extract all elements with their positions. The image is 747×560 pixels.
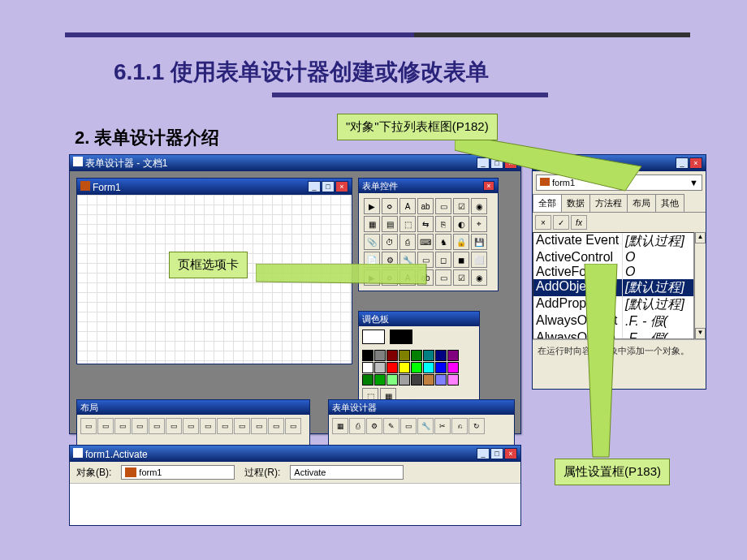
scroll-down-button[interactable]: ▼ [695,328,706,339]
color-swatch[interactable] [423,362,434,373]
color-swatch[interactable] [411,350,422,361]
layout-button[interactable]: ▭ [114,418,131,434]
designer-button[interactable]: ✂ [434,418,451,434]
layout-button[interactable]: ▭ [166,418,182,434]
prop-accept-button[interactable]: ✓ [553,215,569,230]
designer-button[interactable]: ⎌ [451,418,468,434]
color-swatch[interactable] [411,362,422,373]
tool-button[interactable]: ab [417,198,434,214]
property-row[interactable]: ActiveFormO [533,265,693,279]
tool-button[interactable]: ⌖ [471,216,487,232]
tool-button[interactable]: ⭘ [382,269,398,286]
tool-button[interactable]: ▦ [364,216,380,232]
prop-fx-button[interactable]: fx [571,215,587,230]
color-swatch[interactable] [435,350,447,361]
tool-button[interactable]: ▭ [435,269,451,286]
layout-button[interactable]: ▭ [149,418,165,434]
tool-button[interactable]: ⇆ [417,216,434,232]
toolbox-titlebar[interactable]: 表单控件 × [359,179,498,193]
main-titlebar[interactable]: 表单设计器 - 文档1 _ □ × [70,155,520,171]
tool-button[interactable]: ◼ [453,252,469,268]
properties-scrollbar[interactable]: ▲ ▼ [694,232,706,339]
prop-close-button[interactable]: × [689,157,702,169]
tool-button[interactable]: 🔒 [453,234,469,250]
tool-button[interactable]: ⌨ [417,234,434,250]
tool-button[interactable]: ♞ [435,234,451,250]
color-swatch[interactable] [399,362,410,373]
tool-button[interactable]: 🔧 [399,252,416,268]
tool-button[interactable]: ☑ [453,198,469,214]
form1-minimize-button[interactable]: _ [308,181,321,192]
tool-button[interactable]: ◉ [471,269,487,286]
designer-button[interactable]: ▦ [332,418,348,434]
layout-button[interactable]: ▭ [268,418,284,434]
foreground-swatch[interactable] [362,330,385,344]
properties-tab[interactable]: 布局 [627,194,656,212]
property-row[interactable]: Activate Event[默认过程] [533,233,693,250]
tool-button[interactable]: ◉ [471,198,487,214]
color-swatch[interactable] [374,362,386,373]
code-minimize-button[interactable]: _ [477,448,490,459]
toolbox-close-button[interactable]: × [483,181,494,191]
designer-button[interactable]: ⎙ [349,418,365,434]
tool-button[interactable]: ⎘ [435,216,451,232]
proc-combo[interactable]: Activate [290,465,404,480]
tool-button[interactable]: 📄 [364,252,380,268]
property-row[interactable]: ActiveControlO [533,250,693,265]
tool-button[interactable]: ▭ [435,198,451,214]
color-swatch[interactable] [411,374,422,386]
color-swatch[interactable] [374,374,386,386]
tool-button[interactable]: A [399,269,416,286]
tool-button[interactable]: ⚙ [382,252,398,268]
tool-button[interactable]: ◻ [435,252,451,268]
property-row[interactable]: AddObject[默认过程] [533,279,693,296]
color-swatch[interactable] [362,374,374,386]
color-swatch[interactable] [435,374,447,386]
color-swatch[interactable] [447,362,459,373]
palette-titlebar[interactable]: 调色板 [359,312,479,326]
properties-tab[interactable]: 方法程 [589,194,628,212]
tool-button[interactable]: ab [417,269,434,286]
minimize-button[interactable]: _ [477,157,490,169]
color-swatch[interactable] [423,374,434,386]
color-swatch[interactable] [374,350,386,361]
property-row[interactable]: AlwaysOnTop.F. - 假( [533,330,693,339]
maximize-button[interactable]: □ [490,157,503,169]
prop-minimize-button[interactable]: _ [676,157,689,169]
properties-list[interactable]: Activate Event[默认过程]ActiveControlOActive… [533,232,694,339]
layout-button[interactable]: ▭ [132,418,148,434]
layout-button[interactable]: ▭ [80,418,97,434]
form1-design-surface[interactable] [77,195,352,364]
prop-object-combo[interactable]: form1 ▼ [536,174,702,191]
property-row[interactable]: AlwaysOnBott.F. - 假( [533,313,693,330]
tool-button[interactable]: 📎 [364,234,380,250]
layout-button[interactable]: ▭ [251,418,267,434]
layout-button[interactable]: ▭ [285,418,301,434]
color-swatch[interactable] [399,350,410,361]
close-button[interactable]: × [504,157,517,169]
designer-tb-titlebar[interactable]: 表单设计器 [329,400,514,415]
tool-button[interactable]: ⎙ [399,234,416,250]
tool-button[interactable]: A [399,198,416,214]
layout-titlebar[interactable]: 布局 [77,400,309,415]
designer-button[interactable]: ↻ [468,418,485,434]
code-maximize-button[interactable]: □ [490,448,503,459]
designer-button[interactable]: ⚙ [366,418,382,434]
layout-button[interactable]: ▭ [97,418,114,434]
properties-tab[interactable]: 其他 [655,194,684,212]
background-swatch[interactable] [390,330,412,344]
form1-close-button[interactable]: × [335,181,348,192]
layout-button[interactable]: ▭ [234,418,250,434]
code-titlebar[interactable]: form1.Activate _ □ × [70,446,520,462]
designer-button[interactable]: ▭ [400,418,417,434]
layout-button[interactable]: ▭ [217,418,233,434]
color-swatch[interactable] [362,362,374,373]
color-swatch[interactable] [386,350,398,361]
tool-button[interactable]: ▭ [417,252,434,268]
tool-button[interactable]: ▤ [382,216,398,232]
tool-button[interactable]: ▶ [364,198,380,214]
color-swatch[interactable] [435,362,447,373]
tool-button[interactable]: ⏱ [382,234,398,250]
color-swatch[interactable] [362,350,374,361]
properties-tab[interactable]: 全部 [533,194,562,212]
